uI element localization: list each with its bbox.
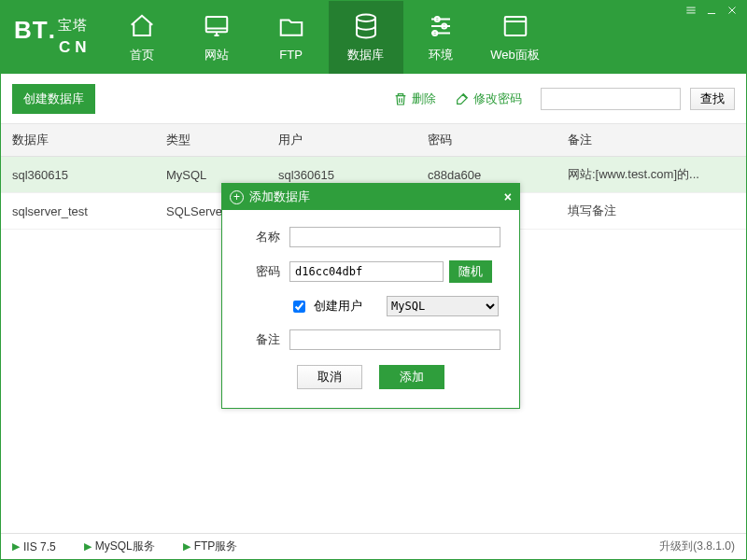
add-button[interactable]: 添加 [379, 365, 444, 389]
col-user[interactable]: 用户 [267, 124, 416, 157]
status-label: IIS 7.5 [23, 540, 56, 553]
nav-label: 环境 [429, 47, 453, 63]
nav-label: 数据库 [347, 47, 384, 63]
label-name: 名称 [241, 229, 280, 245]
plus-circle-icon: + [230, 190, 244, 204]
home-icon [128, 12, 156, 43]
status-version: 升级到(3.8.1.0) [659, 539, 735, 554]
status-ftp[interactable]: ▶FTP服务 [183, 539, 238, 554]
menu-button[interactable] [681, 3, 701, 18]
label-password: 密码 [241, 263, 280, 280]
name-input[interactable] [289, 227, 500, 247]
col-remark[interactable]: 备注 [557, 124, 746, 157]
nav-env[interactable]: 环境 [403, 1, 478, 74]
nav-home[interactable]: 首页 [105, 1, 179, 74]
play-icon: ▶ [183, 540, 190, 553]
label-remark: 备注 [241, 331, 280, 348]
nav-label: 网站 [204, 47, 229, 63]
logo-text-cn: CN [59, 38, 92, 57]
col-pass[interactable]: 密码 [416, 124, 557, 157]
delete-action[interactable]: 删除 [393, 91, 436, 107]
play-icon: ▶ [84, 540, 92, 553]
sliders-icon [427, 12, 455, 43]
nav-label: 首页 [130, 47, 154, 63]
remark-input[interactable] [289, 329, 500, 350]
password-input[interactable] [289, 261, 444, 282]
svg-rect-0 [205, 17, 227, 32]
logo-text-zh: 宝塔 [58, 17, 88, 33]
change-password-label: 修改密码 [473, 91, 522, 107]
dialog-titlebar[interactable]: + 添加数据库 × [222, 184, 519, 210]
status-label: MySQL服务 [95, 539, 155, 554]
nav-database[interactable]: 数据库 [329, 1, 403, 74]
status-iis[interactable]: ▶IIS 7.5 [12, 540, 56, 553]
app-logo: BT.宝塔 CN [1, 1, 105, 74]
col-type[interactable]: 类型 [155, 124, 267, 157]
app-header: BT.宝塔 CN 首页 网站 FTP 数据库 环境 [1, 1, 746, 74]
status-label: FTP服务 [194, 539, 238, 554]
search-input[interactable] [541, 88, 681, 110]
panel-icon [501, 12, 529, 43]
cell-remark[interactable]: 网站:[www.test.com]的... [557, 157, 746, 193]
db-type-select[interactable]: MySQL [387, 296, 499, 316]
dialog-title: 添加数据库 [249, 189, 310, 205]
minimize-button[interactable] [701, 3, 722, 18]
close-button[interactable] [722, 3, 742, 18]
nav-ftp[interactable]: FTP [254, 1, 329, 74]
nav-webpanel[interactable]: Web面板 [478, 1, 553, 74]
random-button[interactable]: 随机 [449, 260, 492, 283]
add-db-dialog: + 添加数据库 × 名称 密码 随机 创建用户 MySQL 备注 取消 添加 [221, 183, 520, 409]
status-mysql[interactable]: ▶MySQL服务 [84, 539, 155, 554]
delete-label: 删除 [412, 91, 436, 107]
dialog-body: 名称 密码 随机 创建用户 MySQL 备注 取消 添加 [222, 210, 519, 408]
create-db-button[interactable]: 创建数据库 [12, 84, 95, 114]
main-nav: 首页 网站 FTP 数据库 环境 Web面板 [105, 1, 553, 74]
change-password-action[interactable]: 修改密码 [455, 91, 522, 107]
cancel-button[interactable]: 取消 [297, 365, 362, 389]
svg-rect-5 [504, 17, 526, 35]
cell-db: sql360615 [1, 157, 155, 193]
nav-label: Web面板 [490, 47, 540, 63]
folder-icon [277, 13, 305, 44]
logo-text-bt: BT [14, 18, 49, 42]
status-bar: ▶IIS 7.5 ▶MySQL服务 ▶FTP服务 升级到(3.8.1.0) [1, 533, 746, 559]
create-user-checkbox[interactable] [293, 301, 305, 313]
nav-website[interactable]: 网站 [179, 1, 254, 74]
toolbar: 创建数据库 删除 修改密码 查找 [1, 74, 746, 124]
label-create-user: 创建用户 [314, 298, 362, 315]
database-icon [352, 12, 380, 43]
col-db[interactable]: 数据库 [1, 124, 155, 157]
monitor-icon [203, 12, 231, 43]
play-icon: ▶ [12, 540, 20, 553]
cell-db: sqlserver_test [1, 193, 155, 230]
search-button[interactable]: 查找 [690, 88, 735, 110]
cell-remark[interactable]: 填写备注 [557, 193, 746, 230]
nav-label: FTP [279, 48, 303, 62]
window-controls [681, 3, 742, 18]
edit-icon [455, 91, 470, 106]
trash-icon [393, 91, 408, 106]
svg-point-1 [357, 14, 375, 21]
dialog-close-button[interactable]: × [504, 189, 512, 204]
